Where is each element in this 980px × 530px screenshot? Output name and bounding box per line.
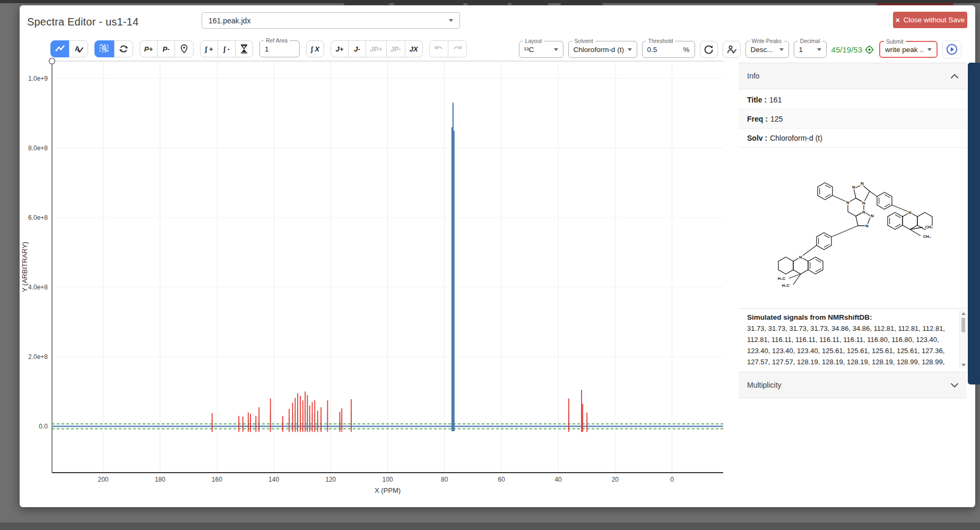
decimal-value: 1 xyxy=(799,46,803,54)
scroll-up-arrow-icon[interactable] xyxy=(961,312,966,315)
svg-text:2.0e+8: 2.0e+8 xyxy=(28,353,48,361)
svg-text:N: N xyxy=(846,200,849,205)
chevron-down-icon xyxy=(779,48,784,51)
peak-counter-value: 45/19/53 xyxy=(831,45,862,54)
spectrum-chart[interactable]: 2001801601401201008060402000.02.0e+84.0e… xyxy=(20,56,733,499)
info-row-label: Freq : xyxy=(747,115,768,123)
peak-counter: 45/19/53 xyxy=(831,45,874,55)
file-select[interactable]: 161.peak.jdx xyxy=(202,12,460,29)
jp-remove-button[interactable]: JP- xyxy=(386,40,405,57)
close-button-label: Close without Save xyxy=(904,16,965,24)
scrollbar-thumb[interactable] xyxy=(961,318,965,332)
background-page-bottom xyxy=(0,523,980,530)
signals-scrollbar[interactable] xyxy=(959,310,966,369)
j-add-label: J+ xyxy=(336,45,344,53)
svg-text:CH₃: CH₃ xyxy=(923,234,931,239)
submit-play-button[interactable] xyxy=(942,40,961,58)
jx-label: JX xyxy=(410,45,418,53)
svg-text:CH₃: CH₃ xyxy=(925,225,933,229)
info-row-value: Chloroform-d (t) xyxy=(770,134,822,142)
close-without-save-button[interactable]: × Close without Save xyxy=(893,12,967,28)
info-panel: Info Title : 161 Freq : 125 Solv : Chlor… xyxy=(739,63,967,396)
peak-remove-label: P- xyxy=(163,45,170,53)
svg-text:8.0e+8: 8.0e+8 xyxy=(28,144,48,152)
pin-plus-icon xyxy=(179,44,189,54)
hourglass-icon xyxy=(239,44,249,54)
y-scale-handle[interactable] xyxy=(49,58,55,64)
j-add-button[interactable]: J+ xyxy=(331,40,349,57)
jp-add-button[interactable]: JP+ xyxy=(366,40,387,57)
chevron-down-icon xyxy=(628,48,632,51)
integral-add-button[interactable]: ∫ + xyxy=(200,40,218,57)
j-remove-button[interactable]: J- xyxy=(348,40,366,57)
hourglass-button[interactable] xyxy=(235,40,253,57)
peak-remove-button[interactable]: P- xyxy=(157,40,175,57)
chevron-down-icon xyxy=(817,48,821,51)
signals-text: 31.73, 31.73, 31.73, 31.73, 34.86, 34.86… xyxy=(747,323,951,367)
chevron-up-icon xyxy=(951,74,958,79)
svg-text:20: 20 xyxy=(612,476,619,483)
integral-add-label: ∫ + xyxy=(205,45,213,53)
layout-value: ¹³C xyxy=(524,46,534,54)
info-row-label: Solv : xyxy=(747,134,767,142)
chart-toolbar: A xyxy=(50,40,467,57)
svg-text:N: N xyxy=(861,181,864,186)
submit-select[interactable]: Submit write peak ... xyxy=(879,41,938,58)
peak-add-label: P+ xyxy=(144,45,153,53)
undo-button[interactable] xyxy=(429,40,448,57)
decimal-select[interactable]: Decimal 1 xyxy=(794,41,827,58)
svg-text:Y (ARBITRARY): Y (ARBITRARY) xyxy=(21,242,29,292)
box-zoom-button[interactable] xyxy=(94,40,115,57)
file-select-value: 161.peak.jdx xyxy=(209,16,250,25)
multiplicity-accordion-header[interactable]: Multiplicity xyxy=(739,372,967,398)
spectra-editor-modal: Spectra Editor - us1-14 161.peak.jdx × C… xyxy=(20,5,975,507)
percent-suffix: % xyxy=(683,46,690,54)
integral-x-button[interactable]: ∫ X xyxy=(306,40,324,57)
info-row-title: Title : 161 xyxy=(739,90,967,109)
info-row-value: 125 xyxy=(770,115,783,123)
svg-text:140: 140 xyxy=(268,476,279,483)
threshold-input[interactable] xyxy=(647,46,670,54)
peak-add-button[interactable]: P+ xyxy=(140,40,158,57)
ref-area-field[interactable]: Ref Area xyxy=(259,40,300,57)
integral-remove-button[interactable]: ∫ - xyxy=(218,40,236,57)
integral-remove-label: ∫ - xyxy=(223,45,230,53)
info-row-label: Title : xyxy=(747,96,767,104)
integral-x-label: ∫ X xyxy=(311,45,319,53)
info-row-freq: Freq : 125 xyxy=(739,109,967,129)
target-icon[interactable] xyxy=(864,45,874,55)
info-accordion-header[interactable]: Info xyxy=(739,63,967,89)
svg-text:6.0e+8: 6.0e+8 xyxy=(28,214,48,221)
svg-text:1.0e+9: 1.0e+9 xyxy=(28,75,48,82)
reset-zoom-icon xyxy=(118,44,129,54)
solvent-label: Solvent xyxy=(573,38,595,44)
submit-label: Submit xyxy=(884,38,906,45)
svg-text:X (PPM): X (PPM) xyxy=(375,486,401,494)
submit-value: write peak ... xyxy=(885,46,924,54)
pin-add-button[interactable] xyxy=(175,40,194,57)
play-circle-icon xyxy=(946,43,958,56)
svg-text:N: N xyxy=(865,224,869,228)
ref-area-input[interactable] xyxy=(265,45,294,53)
svg-text:160: 160 xyxy=(212,476,222,483)
box-zoom-icon xyxy=(99,43,110,55)
auto-assign-button[interactable]: A xyxy=(69,40,88,57)
reset-zoom-button[interactable] xyxy=(114,40,133,57)
signals-box[interactable]: Simulated signals from NMRshiftDB: 31.73… xyxy=(739,308,967,371)
svg-text:N: N xyxy=(862,210,865,215)
jx-button[interactable]: JX xyxy=(405,40,423,57)
molecule-structure: NNNNNNNNNH₃CH₃CCH₃CH₃ xyxy=(749,148,956,307)
redo-button[interactable] xyxy=(448,40,467,57)
svg-text:H₃C: H₃C xyxy=(778,276,786,281)
j-remove-label: J- xyxy=(354,45,360,53)
redo-icon xyxy=(452,44,463,54)
threshold-label: Threshold xyxy=(646,38,675,44)
chevron-down-icon xyxy=(951,383,958,388)
svg-text:N: N xyxy=(871,213,874,218)
line-mode-button[interactable] xyxy=(50,40,70,57)
a-check-icon: A xyxy=(73,44,84,54)
write-peaks-select[interactable]: Write Peaks Desc... xyxy=(745,41,789,58)
chevron-down-icon xyxy=(449,19,453,22)
info-row-value: 161 xyxy=(769,96,782,104)
scroll-down-arrow-icon[interactable] xyxy=(961,364,966,366)
